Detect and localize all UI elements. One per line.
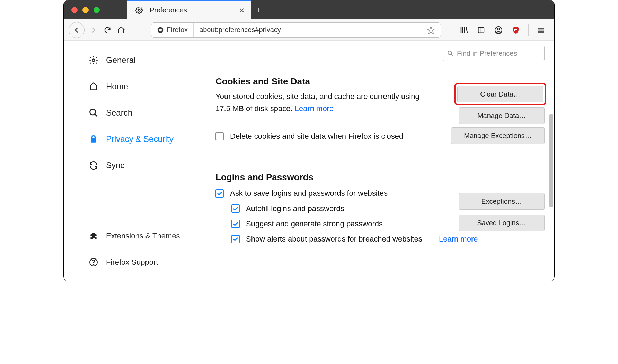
toolbar-right xyxy=(459,24,549,36)
ublock-icon[interactable] xyxy=(511,25,521,35)
svg-point-2 xyxy=(159,28,162,31)
sidebar-item-label: Sync xyxy=(106,161,124,170)
scrollbar-thumb[interactable] xyxy=(549,114,553,207)
ask-save-label: Ask to save logins and passwords for web… xyxy=(230,189,388,198)
home-button[interactable] xyxy=(116,25,126,35)
cookies-description: Your stored cookies, site data, and cach… xyxy=(215,90,430,115)
svg-rect-11 xyxy=(91,138,96,143)
sidebar-item-support[interactable]: Firefox Support xyxy=(88,253,206,271)
sidebar-item-label: Privacy & Security xyxy=(106,134,174,144)
forward-button[interactable] xyxy=(89,25,98,35)
suggest-label: Suggest and generate strong passwords xyxy=(246,219,383,228)
puzzle-icon xyxy=(88,230,99,242)
sidebar-item-home[interactable]: Home xyxy=(88,78,206,95)
search-icon xyxy=(88,107,99,118)
breach-row[interactable]: Show alerts about passwords for breached… xyxy=(215,235,545,244)
checkbox-checked[interactable] xyxy=(215,189,224,198)
library-button[interactable] xyxy=(459,25,469,35)
logins-learn-more-link[interactable]: Learn more xyxy=(439,235,478,244)
gear-icon xyxy=(88,55,99,66)
saved-logins-button[interactable]: Saved Logins… xyxy=(459,215,545,231)
logins-buttons: Exceptions… Saved Logins… xyxy=(459,193,545,231)
sync-icon xyxy=(88,160,99,171)
manage-exceptions-button[interactable]: Manage Exceptions… xyxy=(451,127,545,144)
browser-window: Preferences Firefox xyxy=(63,0,555,281)
logins-heading: Logins and Passwords xyxy=(215,172,545,183)
sidebar-item-search[interactable]: Search xyxy=(88,104,206,122)
account-button[interactable] xyxy=(494,25,503,35)
identity-box[interactable]: Firefox xyxy=(151,23,194,37)
sidebar-item-label: Firefox Support xyxy=(106,258,158,267)
cookies-buttons: Clear Data… Manage Data… Manage Exceptio… xyxy=(451,84,545,144)
minimize-window-button[interactable] xyxy=(82,7,89,13)
svg-point-10 xyxy=(90,109,96,115)
tab-preferences[interactable]: Preferences xyxy=(127,0,251,19)
cookies-learn-more-link[interactable]: Learn more xyxy=(295,104,334,113)
checkbox-checked[interactable] xyxy=(231,220,240,228)
sidebar-item-label: Home xyxy=(106,82,128,91)
manage-data-button[interactable]: Manage Data… xyxy=(459,107,545,124)
url-text[interactable]: about:preferences#privacy xyxy=(194,26,421,34)
bookmark-star-button[interactable] xyxy=(421,26,441,34)
svg-point-14 xyxy=(448,51,452,55)
toolbar-divider xyxy=(528,24,529,36)
url-bar[interactable]: Firefox about:preferences#privacy xyxy=(151,22,441,38)
app-menu-button[interactable] xyxy=(536,25,546,35)
checkbox-checked[interactable] xyxy=(231,235,240,243)
nav-toolbar: Firefox about:preferences#privacy xyxy=(64,19,554,41)
search-placeholder: Find in Preferences xyxy=(457,49,517,57)
gear-icon xyxy=(134,5,145,16)
sidebar-item-extensions[interactable]: Extensions & Themes xyxy=(88,227,206,245)
svg-rect-4 xyxy=(478,27,484,33)
breach-label: Show alerts about passwords for breached… xyxy=(246,235,422,244)
sidebar-item-label: General xyxy=(106,55,135,65)
svg-point-9 xyxy=(92,59,95,62)
firefox-icon xyxy=(157,27,164,34)
checkbox-unchecked[interactable] xyxy=(215,132,224,140)
identity-label: Firefox xyxy=(167,26,188,34)
search-icon xyxy=(447,50,453,56)
sidebar-bottom: Extensions & Themes Firefox Support xyxy=(88,227,206,271)
svg-point-0 xyxy=(138,9,140,11)
sidebar-button[interactable] xyxy=(476,25,486,35)
home-icon xyxy=(88,81,99,92)
sidebar-item-sync[interactable]: Sync xyxy=(88,156,206,174)
logins-exceptions-button[interactable]: Exceptions… xyxy=(459,193,545,210)
close-window-button[interactable] xyxy=(71,7,78,13)
help-icon xyxy=(88,257,99,268)
reload-button[interactable] xyxy=(103,25,112,35)
preferences-content: General Home Search Privacy & Security xyxy=(64,41,554,281)
autofill-label: Autofill logins and passwords xyxy=(246,204,344,213)
back-button[interactable] xyxy=(69,22,85,38)
delete-on-close-label: Delete cookies and site data when Firefo… xyxy=(230,132,403,141)
sidebar-item-label: Search xyxy=(106,108,132,118)
preferences-main: Find in Preferences Cookies and Site Dat… xyxy=(206,41,554,281)
svg-point-13 xyxy=(93,264,94,265)
scrollbar-track[interactable] xyxy=(549,81,554,281)
new-tab-button[interactable] xyxy=(251,0,266,19)
tab-close-button[interactable] xyxy=(239,8,245,13)
sidebar-item-privacy[interactable]: Privacy & Security xyxy=(88,130,206,148)
preferences-sidebar: General Home Search Privacy & Security xyxy=(64,41,206,281)
sidebar-item-general[interactable]: General xyxy=(88,51,206,69)
svg-point-6 xyxy=(497,28,500,30)
lock-icon xyxy=(88,134,99,145)
sidebar-item-label: Extensions & Themes xyxy=(106,231,180,240)
tab-title: Preferences xyxy=(150,6,234,14)
checkbox-checked[interactable] xyxy=(231,204,240,213)
window-controls xyxy=(64,0,127,19)
svg-marker-3 xyxy=(427,27,434,34)
maximize-window-button[interactable] xyxy=(94,7,100,13)
clear-data-button[interactable]: Clear Data… xyxy=(457,86,543,102)
svg-rect-8 xyxy=(514,29,515,31)
clear-data-highlight: Clear Data… xyxy=(456,84,545,104)
titlebar: Preferences xyxy=(64,0,554,19)
find-in-preferences[interactable]: Find in Preferences xyxy=(443,46,545,61)
